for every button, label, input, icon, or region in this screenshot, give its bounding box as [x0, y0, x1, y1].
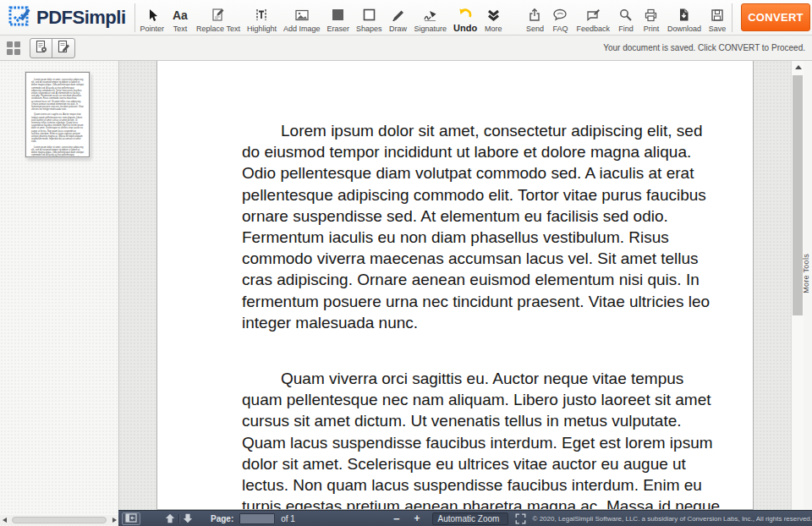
zoom-mode-value: Automatic Zoom: [438, 514, 500, 523]
tool-add-image[interactable]: Add Image: [280, 7, 324, 33]
pointer-icon: [145, 7, 159, 24]
brand-logo[interactable]: PDFSimpli: [0, 4, 133, 31]
action-label: Feedback: [576, 25, 610, 33]
doc-edit-button[interactable]: [52, 39, 74, 58]
tool-undo[interactable]: Undo: [450, 5, 480, 33]
page-label: Page:: [211, 514, 233, 523]
action-faq[interactable]: FAQ: [547, 7, 573, 33]
action-group: Send FAQ Feedback: [522, 1, 730, 35]
action-label: Save: [709, 25, 727, 33]
action-download[interactable]: Download: [664, 7, 705, 33]
grid-view-icon[interactable]: [7, 41, 20, 55]
download-icon: [678, 7, 690, 24]
page-down-icon: [183, 513, 193, 523]
pdf-page[interactable]: Lorem ipsum dolor sit amet, consectetur …: [156, 61, 754, 510]
tool-highlight[interactable]: Highlight: [244, 7, 280, 33]
brand-name: PDFSimpli: [36, 7, 126, 29]
doc-edit-icon: [57, 40, 70, 56]
page-number-input[interactable]: [239, 513, 275, 524]
tool-label: Text: [173, 25, 188, 33]
page-down-button[interactable]: [182, 512, 194, 525]
tool-label: Shapes: [356, 25, 382, 33]
zoom-mode-select[interactable]: Automatic Zoom: [432, 512, 508, 525]
sidebar-toggle-icon: [125, 513, 137, 524]
statusbar-divider: [178, 514, 179, 523]
hscroll-left-icon[interactable]: [0, 516, 8, 524]
zoom-in-button[interactable]: +: [414, 512, 420, 524]
action-label: Print: [644, 25, 660, 33]
add-image-icon: [294, 7, 310, 24]
sidebar-horizontal-scrollbar[interactable]: [0, 515, 118, 525]
page-up-button[interactable]: [164, 512, 176, 525]
action-print[interactable]: Print: [639, 7, 664, 33]
tool-label: Draw: [389, 25, 407, 33]
tool-eraser[interactable]: Eraser: [323, 7, 353, 33]
action-find[interactable]: Find: [613, 7, 639, 33]
send-icon: [528, 7, 541, 24]
tool-signature[interactable]: Signature: [411, 7, 451, 33]
tool-draw[interactable]: Draw: [386, 7, 411, 33]
fullscreen-icon: [515, 513, 526, 524]
signature-icon: [423, 7, 438, 24]
svg-text:Aa: Aa: [173, 8, 188, 22]
paragraph: Quam viverra orci sagittis eu. Auctor ne…: [242, 368, 721, 510]
top-toolbar: PDFSimpli Pointer Aa Text: [0, 0, 812, 36]
page-up-icon: [165, 513, 175, 523]
action-save[interactable]: Save: [705, 7, 730, 33]
tool-label: Eraser: [326, 25, 349, 33]
tool-pointer[interactable]: Pointer: [137, 7, 168, 33]
scroll-up-icon[interactable]: [792, 61, 804, 74]
tool-label: Add Image: [283, 25, 321, 33]
fullscreen-button[interactable]: [515, 513, 526, 524]
doc-settings-button[interactable]: [30, 39, 52, 58]
faq-icon: [552, 7, 568, 24]
tool-replace-text[interactable]: Replace Text: [193, 7, 244, 33]
save-icon: [710, 7, 724, 24]
page-thumbnail[interactable]: Lorem ipsum dolor sit amet, consectetur …: [25, 72, 90, 157]
pdfsimpli-app: PDFSimpli Pointer Aa Text: [0, 0, 812, 526]
replace-text-icon: [211, 7, 225, 24]
action-label: FAQ: [552, 25, 568, 33]
paragraph: Lorem ipsum dolor sit amet, consectetur …: [242, 120, 721, 333]
toolbar-divider: [134, 3, 135, 32]
draw-icon: [392, 7, 405, 24]
sidebar-toggle-button[interactable]: [122, 512, 140, 525]
doc-settings-icon: [35, 40, 48, 56]
hscroll-right-icon[interactable]: [110, 516, 118, 524]
page-thumbnail-content: Lorem ipsum dolor sit amet, consectetur …: [26, 73, 89, 156]
action-label: Send: [526, 25, 544, 33]
highlight-icon: [255, 7, 268, 24]
toolbar-divider: [732, 3, 732, 32]
convert-button[interactable]: CONVERT: [741, 3, 810, 31]
page-text: Lorem ipsum dolor sit amet, consectetur …: [157, 61, 753, 510]
document-viewport: Lorem ipsum dolor sit amet, consectetur …: [119, 61, 791, 510]
tool-group: Pointer Aa Text Replace Text: [137, 1, 507, 35]
tool-label: Undo: [453, 23, 477, 33]
action-send[interactable]: Send: [522, 7, 547, 33]
tool-text[interactable]: Aa Text: [167, 7, 193, 33]
status-bar: Page: of 1 − + Automatic Zoom © 2020, Le…: [118, 510, 812, 526]
feedback-icon: [586, 7, 601, 24]
tool-shapes[interactable]: Shapes: [353, 7, 386, 33]
tool-label: More: [485, 25, 502, 33]
find-icon: [619, 7, 633, 24]
save-status-message: Your document is saved. Click CONVERT to…: [603, 43, 805, 52]
pdfsimpli-logo-icon: [8, 4, 31, 31]
action-feedback[interactable]: Feedback: [573, 7, 613, 33]
more-tools-tab[interactable]: More Tools: [802, 254, 810, 293]
zoom-out-button[interactable]: −: [393, 512, 400, 525]
tool-label: Highlight: [247, 25, 277, 33]
text-icon: Aa: [172, 7, 189, 24]
print-icon: [644, 7, 658, 24]
copyright-text: © 2020, LegalSimpli Software, LLC. a sub…: [533, 515, 812, 523]
hscroll-thumb[interactable]: [12, 517, 107, 523]
tool-more[interactable]: More: [480, 7, 506, 33]
eraser-icon: [332, 7, 344, 24]
shapes-icon: [363, 7, 376, 24]
thumbnail-sidebar: Lorem ipsum dolor sit amet, consectetur …: [0, 61, 119, 526]
action-label: Find: [618, 25, 634, 33]
document-view-buttons: [30, 38, 75, 58]
tool-label: Signature: [414, 25, 447, 33]
page-count: of 1: [281, 514, 295, 523]
sub-toolbar: Your document is saved. Click CONVERT to…: [0, 36, 812, 61]
